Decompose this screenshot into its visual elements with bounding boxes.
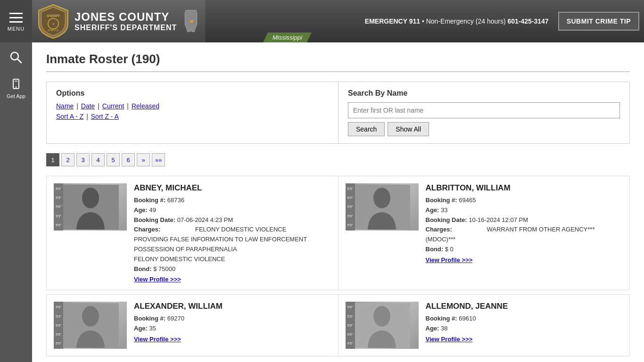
inmate-info-abney: ABNEY, MICHAEL Booking #: 68736 Age: 49 … [134,183,331,283]
inmate-name: ALBRITTON, WILLIAM [426,183,623,193]
menu-label: MENU [8,26,25,32]
options-filter-links: Name | Date | Current | Released [56,102,329,110]
emergency-info: EMERGENCY 911 • Non-Emergency (24 hours)… [365,17,549,25]
options-heading: Options [56,89,329,98]
page-title: Inmate Roster (190) [46,52,630,72]
page-2-button[interactable]: 2 [61,153,74,166]
svg-text:SHERIFF: SHERIFF [47,14,60,17]
crime-tip-button[interactable]: SUBMIT CRIME TIP [558,12,639,31]
inmate-name: ALLEMOND, JEANNE [426,302,623,311]
page-5-button[interactable]: 5 [107,153,120,166]
svg-point-13 [373,188,390,208]
mugshot-silhouette [62,185,119,230]
page-next-button[interactable]: » [137,153,150,166]
inmate-info-alexander: ALEXANDER, WILLIAM Booking #: 69270 Age:… [134,302,331,349]
svg-text:JONES CO.: JONES CO. [47,29,59,32]
page-6-button[interactable]: 6 [122,153,135,166]
department-name: JONES COUNTY SHERIFF'S DEPARTMENT [74,10,177,33]
get-app-button[interactable]: Get App [0,74,32,103]
inmate-name: ABNEY, MICHAEL [134,183,331,193]
filter-name-link[interactable]: Name [56,102,74,110]
inmate-card-albritton: 5'3" 6'0" 5'9" 5'6" 5'3" ALBRITTON, WILL… [339,176,630,290]
page-last-button[interactable]: »» [152,153,165,166]
search-heading: Search By Name [348,89,620,98]
ruler-icon: 5'6" 5'3" 5'9" 5'6" 4'9" [346,302,355,349]
mugshot-silhouette [354,303,410,348]
sort-za-link[interactable]: Sort Z - A [91,113,119,120]
page-1-button[interactable]: 1 [46,153,59,166]
ruler-icon: 6'0" 5'9" 5'6" 5'3" 5'0" [54,183,63,230]
filter-date-link[interactable]: Date [81,102,95,110]
page-4-button[interactable]: 4 [91,153,105,166]
sheriff-badge-icon: SHERIFF ★ JONES CO. [37,4,70,39]
sort-az-link[interactable]: Sort A - Z [56,113,83,120]
inmate-row: 6'0" 5'9" 5'6" 5'3" 5'0" A [46,176,630,290]
svg-line-6 [17,59,21,63]
mobile-app-icon [9,78,23,91]
filter-released-link[interactable]: Released [132,102,159,110]
view-profile-alexander[interactable]: View Profile >>> [134,336,181,343]
svg-point-15 [82,306,99,327]
view-profile-allemond[interactable]: View Profile >>> [426,336,473,343]
options-panel: Options Name | Date | Current | Released… [46,82,339,144]
name-search-input[interactable] [348,102,620,118]
ruler-icon: 5'3" 6'0" 5'9" 5'6" 5'3" [346,183,355,230]
svg-point-4 [190,20,193,23]
svg-point-17 [373,306,390,327]
inmate-info-allemond: ALLEMOND, JEANNE Booking #: 69610 Age: 3… [426,302,623,349]
get-app-label: Get App [7,93,25,99]
menu-button[interactable]: MENU [0,0,32,42]
filter-current-link[interactable]: Current [102,102,124,110]
state-map-icon [182,9,200,33]
inmate-card-abney: 6'0" 5'9" 5'6" 5'3" 5'0" A [47,176,339,290]
svg-point-8 [16,87,17,88]
mugshot-silhouette [62,303,119,348]
view-profile-abney[interactable]: View Profile >>> [134,276,181,283]
inmate-card-allemond: 5'6" 5'3" 5'9" 5'6" 4'9" ALLEMOND, JEANN… [339,295,630,356]
page-3-button[interactable]: 3 [76,153,90,166]
sort-links: Sort A - Z | Sort Z - A [56,113,329,120]
inmate-card-alexander: 5'6" 5'3" 5'9" 5'6" 5'0" ALEXANDER, WILL… [47,295,339,356]
inmate-name: ALEXANDER, WILLIAM [134,302,331,311]
inmate-info-albritton: ALBRITTON, WILLIAM Booking #: 69465 Age:… [426,183,623,283]
inmate-photo-abney: 6'0" 5'9" 5'6" 5'3" 5'0" [54,183,127,230]
inmate-photo-allemond: 5'6" 5'3" 5'9" 5'6" 4'9" [346,302,419,349]
ruler-icon: 5'6" 5'3" 5'9" 5'6" 5'0" [54,302,63,349]
mugshot-silhouette [354,185,410,230]
state-label: Mississippi [263,33,312,42]
search-button[interactable]: Search [348,122,385,136]
search-icon [9,51,23,64]
svg-text:★: ★ [52,23,55,25]
search-panel: Search By Name Search Show All [339,82,630,144]
inmate-grid: 6'0" 5'9" 5'6" 5'3" 5'0" A [46,176,630,360]
inmate-row: 5'6" 5'3" 5'9" 5'6" 5'0" ALEXANDER, WILL… [46,294,630,356]
pagination: 1 2 3 4 5 6 » »» [46,153,630,166]
view-profile-albritton[interactable]: View Profile >>> [426,256,473,263]
show-all-button[interactable]: Show All [388,122,429,136]
left-sidebar: Get App [0,42,32,362]
search-nav-button[interactable] [0,47,32,70]
inmate-photo-alexander: 5'6" 5'3" 5'9" 5'6" 5'0" [54,302,127,349]
inmate-photo-albritton: 5'3" 6'0" 5'9" 5'6" 5'3" [346,183,419,230]
svg-point-11 [82,188,99,208]
